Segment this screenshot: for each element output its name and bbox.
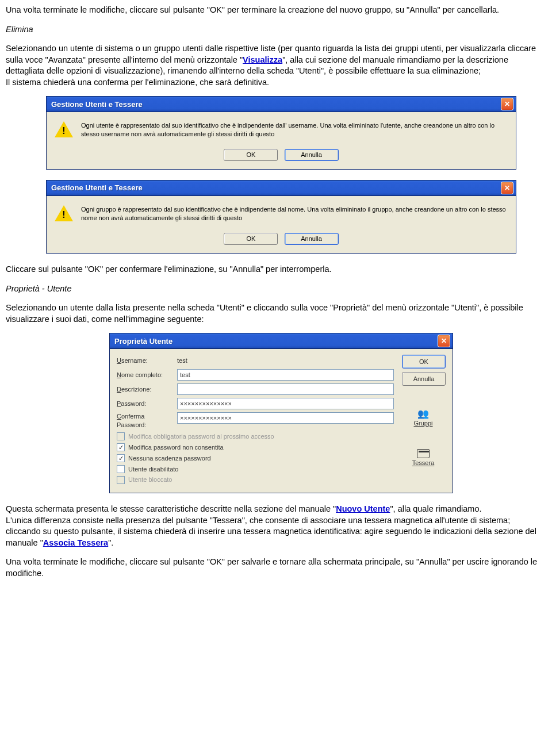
cancel-button[interactable]: Annulla [285, 149, 339, 161]
dialog-title: Proprietà Utente [114, 336, 172, 347]
close-icon[interactable]: ✕ [438, 335, 450, 347]
username-value: test [177, 356, 187, 365]
checkbox-modifica-obbligatoria: Modifica obbligatoria password al prossi… [117, 432, 394, 441]
descrizione-input[interactable] [177, 383, 394, 395]
checkbox-icon[interactable] [117, 465, 125, 473]
paragraph-schermata: Questa schermata presenta le stesse cara… [6, 504, 546, 548]
dialog-confirm-delete-user: Gestione Utenti e Tessere ✕ Ogni utente … [46, 96, 516, 170]
gruppi-button[interactable]: 👥 Gruppi [402, 410, 444, 426]
link-visualizza[interactable]: Visualizza [243, 55, 282, 64]
checkbox-icon[interactable] [117, 454, 125, 462]
nome-completo-input[interactable]: test [177, 369, 394, 381]
field-password: Password: ×××××××××××××× [117, 398, 394, 409]
cancel-button[interactable]: Annulla [285, 233, 339, 245]
text: Questa schermata presenta le stesse cara… [6, 504, 336, 513]
fields-column: Username: test Nome completo: test Descr… [117, 355, 394, 486]
label: Tessera [412, 459, 435, 467]
link-nuovo-utente[interactable]: Nuovo Utente [336, 504, 390, 513]
heading-elimina: Elimina [6, 24, 546, 36]
dialog-message: Ogni utente è rappresentato dal suo iden… [81, 121, 508, 140]
field-username: Username: test [117, 355, 394, 366]
close-icon[interactable]: ✕ [501, 98, 513, 110]
checkbox-label: Utente bloccato [128, 475, 172, 484]
text: Il sistema chiederà una conferma per l'e… [6, 78, 269, 87]
checkbox-label: Utente disabilitato [128, 465, 178, 474]
checkbox-modifica-non-consentita[interactable]: Modifica password non consentita [117, 443, 394, 452]
dialog-body: Ogni gruppo è rappresentato dal suo iden… [47, 196, 516, 253]
dialog-proprieta-utente: Proprietà Utente ✕ Username: test Nome c… [109, 333, 453, 493]
dialog-confirm-delete-group: Gestione Utenti e Tessere ✕ Ogni gruppo … [46, 180, 516, 254]
text: ". [108, 538, 113, 547]
ok-button[interactable]: OK [224, 233, 278, 245]
checkbox-utente-disabilitato[interactable]: Utente disabilitato [117, 465, 394, 474]
warning-icon [55, 121, 73, 140]
paragraph-elimina: Selezionando un utente di sistema o un g… [6, 43, 546, 88]
dialog-title: Gestione Utenti e Tessere [51, 183, 143, 193]
text: ", alla quale rimandiamo. [390, 504, 481, 513]
dialog-message: Ogni gruppo è rappresentato dal suo iden… [81, 205, 508, 224]
ok-button[interactable]: OK [402, 355, 446, 369]
checkbox-label: Modifica obbligatoria password al prossi… [128, 432, 274, 441]
link-associa-tessera[interactable]: Associa Tessera [43, 538, 108, 547]
paragraph-proprieta: Selezionando un utente dalla lista prese… [6, 302, 546, 325]
password-input[interactable]: ×××××××××××××× [177, 398, 394, 409]
card-icon [417, 449, 430, 458]
field-descrizione: Descrizione: [117, 383, 394, 395]
warning-icon [55, 205, 73, 224]
conferma-password-input[interactable]: ×××××××××××××× [177, 412, 394, 424]
paragraph-confirm: Cliccare sul pulsante "OK" per confermar… [6, 264, 546, 275]
dialog-title: Gestione Utenti e Tessere [51, 99, 143, 110]
titlebar: Gestione Utenti e Tessere ✕ [47, 97, 516, 112]
dialog-body: Username: test Nome completo: test Descr… [110, 349, 453, 493]
checkbox-icon [117, 476, 125, 484]
ok-button[interactable]: OK [224, 149, 278, 161]
field-nome-completo: Nome completo: test [117, 369, 394, 381]
titlebar: Proprietà Utente ✕ [110, 333, 453, 349]
checkbox-utente-bloccato: Utente bloccato [117, 475, 394, 484]
checkbox-label: Nessuna scadenza password [128, 454, 211, 463]
checkbox-icon [117, 432, 125, 440]
tessera-button[interactable]: Tessera [402, 450, 444, 466]
buttons-column: OK Annulla 👥 Gruppi Tessera [402, 355, 446, 486]
label: Gruppi [413, 419, 432, 428]
heading-proprieta-utente: Proprietà - Utente [6, 283, 546, 295]
field-conferma-password: ConfermaPassword: ×××××××××××××× [117, 412, 394, 429]
close-icon[interactable]: ✕ [501, 182, 513, 194]
checkbox-nessuna-scadenza[interactable]: Nessuna scadenza password [117, 454, 394, 463]
paragraph-final: Una volta terminate le modifiche, clicca… [6, 557, 546, 579]
cancel-button[interactable]: Annulla [402, 372, 446, 386]
paragraph-intro: Una volta terminate le modifiche, clicca… [6, 5, 546, 16]
titlebar: Gestione Utenti e Tessere ✕ [47, 181, 516, 196]
checkbox-label: Modifica password non consentita [128, 443, 224, 452]
checkbox-icon[interactable] [117, 443, 125, 451]
label: sername: [121, 357, 148, 364]
group-icon: 👥 [417, 408, 430, 419]
dialog-body: Ogni utente è rappresentato dal suo iden… [47, 112, 516, 169]
